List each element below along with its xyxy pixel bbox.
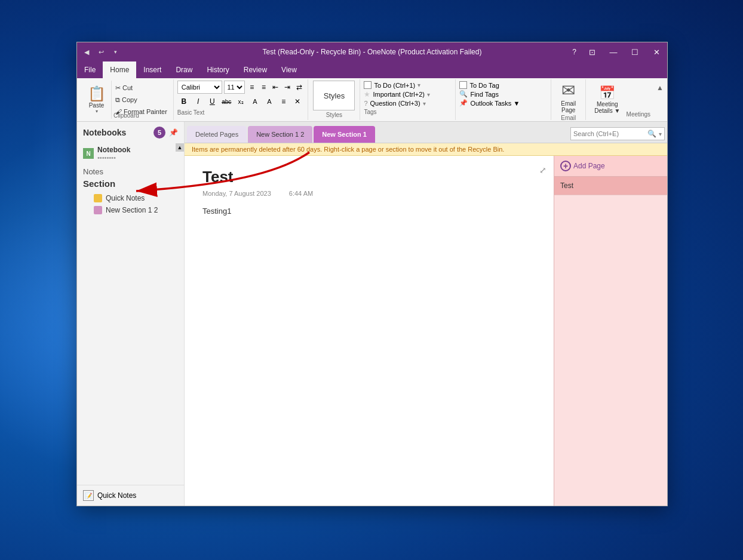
todo-tag-item[interactable]: To Do (Ctrl+1) ▾ [364, 81, 452, 90]
subscript-button[interactable]: x₂ [234, 95, 247, 108]
clear-formatting-button[interactable]: ✕ [291, 95, 305, 108]
quick-notes-section[interactable]: Quick Notes [77, 192, 184, 204]
quick-notes-bottom-icon: 📝 [83, 490, 94, 501]
note-date: Monday, 7 August 2023 [202, 190, 271, 197]
question-tag-item[interactable]: ? Question (Ctrl+3) ▾ [364, 99, 452, 107]
search-icon[interactable]: 🔍 [647, 130, 656, 138]
increase-indent-button[interactable]: ⇥ [283, 81, 293, 94]
direction-button[interactable]: ⇄ [294, 81, 305, 94]
quick-notes-bottom[interactable]: 📝 Quick Notes [77, 485, 184, 506]
decrease-indent-button[interactable]: ⇤ [271, 81, 281, 94]
outlook-tasks-icon: 📌 [459, 99, 468, 107]
expand-button[interactable]: ⤢ [539, 165, 546, 175]
maximize-button[interactable]: ☐ [624, 42, 646, 61]
question-label: Question (Ctrl+3) [370, 100, 420, 107]
title-bar-right: ? ⊡ — ☐ ✕ [567, 42, 667, 61]
underline-button[interactable]: U [206, 95, 219, 108]
todo-label: To Do (Ctrl+1) [374, 82, 415, 89]
meeting-icon: 📅 [591, 85, 624, 101]
email-group: ✉ Email Page Email [551, 79, 586, 120]
important-dropdown[interactable]: ▾ [427, 91, 430, 98]
search-input[interactable] [573, 130, 645, 137]
todo-tag-checkbox[interactable] [459, 81, 467, 89]
pages-empty-area [554, 195, 667, 506]
note-pages-area: ⤢ Test Monday, 7 August 2023 6:44 AM Tes… [185, 156, 667, 506]
scroll-up-button[interactable]: ▲ [176, 143, 184, 152]
search-dropdown-icon[interactable]: ▾ [659, 131, 662, 137]
sidebar-section-label: Section [77, 177, 184, 192]
back-button[interactable]: ◀ [81, 46, 93, 58]
add-page-plus-icon: + [560, 161, 571, 171]
warning-text: Items are permanently deleted after 60 d… [192, 146, 504, 153]
important-star-icon: ★ [364, 90, 370, 99]
add-page-button[interactable]: + Add Page [554, 156, 667, 177]
new-section-12-icon [94, 206, 102, 214]
tab-file[interactable]: File [77, 61, 103, 78]
restore-window-button[interactable]: ⊡ [581, 42, 603, 61]
find-tags-label: Find Tags [470, 91, 499, 98]
quick-notes-icon [94, 194, 102, 202]
styles-selector[interactable]: Styles [313, 81, 355, 110]
paste-label: Paste [89, 102, 105, 109]
cut-button[interactable]: ✂ Cut [114, 84, 168, 93]
notebook-owner: •••••••• [97, 154, 130, 161]
copy-button[interactable]: ⧉ Copy [114, 96, 168, 104]
find-tags-icon: 🔍 [459, 90, 468, 98]
highlight-button[interactable]: A [248, 95, 262, 108]
tab-view[interactable]: View [274, 61, 304, 78]
todo-tag-right[interactable]: To Do Tag [459, 81, 547, 90]
ribbon-content: 📋 Paste ▾ ✂ Cut ⧉ Copy 🖌 Format Painter … [77, 78, 667, 121]
page-item-test[interactable]: Test [554, 177, 667, 195]
redo-button[interactable]: ▾ [109, 46, 121, 58]
new-section-12-tab[interactable]: New Section 1 2 [248, 126, 312, 143]
paste-dropdown[interactable]: ▾ [96, 109, 98, 114]
notebook-name: Notebook [97, 146, 130, 154]
bullet-list-button[interactable]: ≡ [247, 81, 257, 94]
new-section-1-tab[interactable]: New Section 1 [314, 126, 375, 143]
notebooks-header-right: 5 📌 [153, 127, 178, 139]
todo-dropdown[interactable]: ▾ [417, 82, 420, 88]
tab-history[interactable]: History [199, 61, 236, 78]
tab-insert[interactable]: Insert [136, 61, 168, 78]
bold-button[interactable]: B [177, 95, 191, 108]
meeting-details-button[interactable]: 📅 Meeting Details ▼ [591, 85, 624, 114]
find-tags-item[interactable]: 🔍 Find Tags [459, 90, 547, 99]
question-icon: ? [364, 100, 367, 107]
notebooks-pin-button[interactable]: 📌 [169, 128, 178, 137]
new-section-12-item[interactable]: New Section 1 2 [77, 204, 184, 216]
sidebar-scroll[interactable]: ▲ N Notebook •••••••• Notes Section [77, 143, 184, 485]
todo-tag-label: To Do Tag [469, 82, 499, 89]
todo-checkbox[interactable] [364, 81, 372, 89]
meeting-details-label: Meeting Details ▼ [591, 101, 624, 114]
clipboard-group: 📋 Paste ▾ ✂ Cut ⧉ Copy 🖌 Format Painter … [79, 79, 174, 120]
font-size-select[interactable]: 11 [224, 81, 245, 94]
align-button[interactable]: ≡ [277, 95, 290, 108]
clipboard-label: Clipboard [113, 112, 139, 119]
paste-button[interactable]: 📋 Paste ▾ [82, 81, 112, 119]
outlook-tasks-item[interactable]: 📌 Outlook Tasks ▼ [459, 99, 547, 107]
help-button[interactable]: ? [567, 48, 581, 56]
close-button[interactable]: ✕ [646, 42, 667, 61]
tab-draw[interactable]: Draw [168, 61, 199, 78]
search-box: 🔍 ▾ [570, 127, 665, 140]
ribbon-collapse-button[interactable]: ▲ [655, 82, 665, 94]
important-tag-item[interactable]: ★ Important (Ctrl+2) ▾ [364, 90, 452, 99]
italic-button[interactable]: I [192, 95, 205, 108]
title-bar-left: ◀ ↩ ▾ [77, 46, 121, 58]
font-select[interactable]: Calibri [177, 81, 223, 94]
tab-review[interactable]: Review [237, 61, 274, 78]
new-section-12-label: New Section 1 2 [106, 206, 158, 214]
basic-text-group: Calibri 11 ≡ ≡ ⇤ ⇥ ⇄ B I U abc x₂ [174, 79, 309, 120]
question-dropdown[interactable]: ▾ [423, 100, 426, 107]
minimize-button[interactable]: — [603, 42, 624, 61]
undo-button[interactable]: ↩ [95, 46, 107, 58]
font-color-button[interactable]: A [263, 95, 276, 108]
notebook-info: Notebook •••••••• [97, 146, 130, 161]
sidebar-scroll-inner: ▲ N Notebook •••••••• Notes Section [77, 143, 184, 216]
tab-home[interactable]: Home [103, 61, 136, 78]
deleted-pages-tab[interactable]: Deleted Pages [187, 126, 247, 143]
numbered-list-button[interactable]: ≡ [259, 81, 269, 94]
note-body: Testing1 [202, 207, 536, 216]
notebook-item[interactable]: N Notebook •••••••• [77, 143, 184, 164]
strikethrough-button[interactable]: abc [220, 95, 233, 108]
